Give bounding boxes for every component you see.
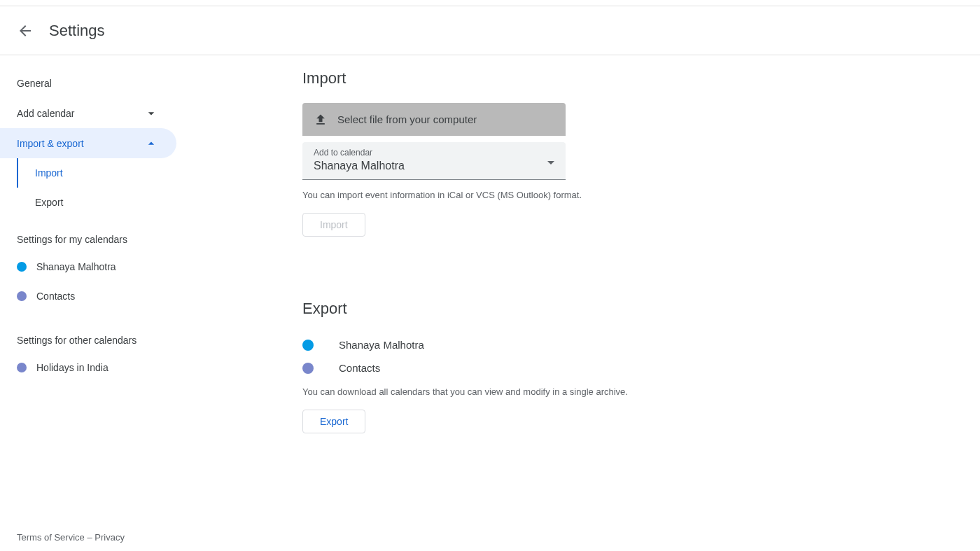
nav-import-export-label: Import & export: [17, 138, 84, 149]
export-title: Export: [302, 298, 963, 318]
nav-import-export[interactable]: Import & export: [0, 128, 176, 158]
nav-general[interactable]: General: [0, 68, 176, 98]
sidebar: General Add calendar Import & export Imp…: [0, 68, 176, 433]
export-hint: You can download all calendars that you …: [302, 386, 963, 397]
export-section: Export Shanaya Malhotra Contacts You can…: [302, 298, 963, 433]
add-to-calendar-label: Add to calendar: [314, 148, 554, 158]
nav-add-calendar[interactable]: Add calendar: [0, 98, 176, 128]
dropdown-arrow-icon: [547, 155, 554, 167]
my-calendars-heading: Settings for my calendars: [0, 217, 176, 252]
select-file-label: Select file from your computer: [337, 113, 477, 125]
export-calendar-label: Contacts: [339, 362, 380, 374]
calendar-color-dot: [302, 363, 314, 374]
export-button[interactable]: Export: [302, 410, 365, 433]
chevron-up-icon: [143, 135, 160, 152]
top-border: [0, 0, 980, 6]
calendar-color-dot: [302, 340, 314, 351]
import-export-subitems: Import Export: [0, 158, 176, 217]
chevron-down-icon: [143, 105, 160, 122]
import-hint: You can import event information in iCal…: [302, 190, 589, 200]
export-calendar-item: Shanaya Malhotra: [302, 333, 963, 356]
arrow-left-icon: [17, 22, 34, 39]
add-to-calendar-select[interactable]: Add to calendar Shanaya Malhotra: [302, 142, 566, 180]
upload-icon: [314, 113, 328, 127]
nav-add-calendar-label: Add calendar: [17, 108, 75, 119]
sub-nav-export[interactable]: Export: [17, 188, 176, 217]
content: General Add calendar Import & export Imp…: [0, 55, 980, 433]
my-calendar-item[interactable]: Contacts: [0, 281, 176, 311]
import-title: Import: [302, 68, 963, 88]
select-file-button[interactable]: Select file from your computer: [302, 103, 566, 136]
add-to-calendar-value: Shanaya Malhotra: [314, 160, 554, 172]
nav-general-label: General: [17, 78, 52, 89]
back-button[interactable]: [17, 22, 34, 39]
sub-nav-import-label: Import: [35, 167, 63, 179]
other-calendars-heading: Settings for other calendars: [0, 311, 176, 353]
export-calendar-item: Contacts: [302, 356, 963, 379]
import-button[interactable]: Import: [302, 213, 365, 237]
export-calendar-label: Shanaya Malhotra: [339, 339, 424, 351]
calendar-color-dot: [17, 363, 27, 372]
other-calendar-item[interactable]: Holidays in India: [0, 353, 176, 382]
my-calendar-label: Contacts: [36, 291, 75, 302]
my-calendar-item[interactable]: Shanaya Malhotra: [0, 252, 176, 281]
page-title: Settings: [49, 22, 105, 40]
sub-nav-export-label: Export: [35, 197, 63, 208]
other-calendar-label: Holidays in India: [36, 362, 108, 373]
calendar-color-dot: [17, 291, 27, 301]
import-section: Import Select file from your computer Ad…: [302, 68, 963, 237]
my-calendar-label: Shanaya Malhotra: [36, 261, 116, 272]
calendar-color-dot: [17, 262, 27, 272]
header: Settings: [0, 6, 980, 55]
main-content: Import Select file from your computer Ad…: [176, 68, 980, 433]
sub-nav-import[interactable]: Import: [17, 158, 176, 188]
